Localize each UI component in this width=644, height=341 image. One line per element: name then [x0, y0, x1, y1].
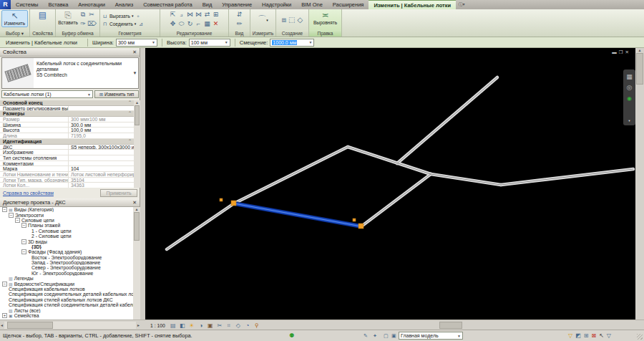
- tab-addins[interactable]: Надстройки: [257, 0, 296, 9]
- extend-icon[interactable]: ⇄: [203, 10, 212, 19]
- modify-button[interactable]: ↖ Изменить: [1, 10, 28, 27]
- visual-style-icon[interactable]: ◧: [178, 321, 187, 330]
- delete-icon[interactable]: ⌦: [87, 19, 96, 29]
- copy-icon[interactable]: ⧉: [79, 10, 87, 19]
- expand-icon[interactable]: +: [2, 313, 7, 318]
- unlock-view-icon[interactable]: ◇: [234, 321, 243, 330]
- tab-insert[interactable]: Вставка: [43, 0, 73, 9]
- edit-type-button[interactable]: ⊞ Изменить тип: [94, 90, 139, 98]
- property-row[interactable]: Высота100,0 мм: [0, 128, 134, 133]
- browser-horizontal-scrollbar[interactable]: ◄ ►: [0, 320, 140, 330]
- height-dropdown[interactable]: 100 мм▼: [189, 39, 230, 47]
- ribbon-options-icon[interactable]: ⓘ▾: [456, 0, 467, 9]
- active-option-icon[interactable]: ▣: [391, 333, 396, 339]
- tree-item-power-circuits[interactable]: −Силовые цепи: [0, 218, 133, 223]
- demolish-icon[interactable]: ∘: [135, 13, 141, 19]
- tab-extensions[interactable]: Расширения: [328, 0, 369, 9]
- reveal-hidden-icon[interactable]: ⚲: [253, 321, 261, 330]
- collapse-icon[interactable]: −: [21, 239, 26, 244]
- collapse-icon[interactable]: −: [9, 213, 14, 218]
- worksharing-icon[interactable]: ⚉: [289, 332, 294, 339]
- tab-modify-cable-trays[interactable]: Изменить | Кабельные лотки: [369, 0, 456, 9]
- render-icon[interactable]: ▣: [206, 321, 215, 330]
- crop-view-icon[interactable]: ✂: [215, 321, 224, 330]
- create-similar-icon[interactable]: ◇: [298, 16, 303, 24]
- tree-item-east[interactable]: Восток - Электрооборудование: [0, 255, 133, 260]
- array-icon[interactable]: ▦: [203, 19, 212, 29]
- scale-button[interactable]: 1 : 100: [147, 323, 168, 328]
- width-dropdown[interactable]: 300 мм▼: [116, 39, 157, 47]
- property-row[interactable]: Лотки Тип, марка, обозначение ...35104: [0, 178, 134, 183]
- sun-path-icon[interactable]: ☀: [187, 321, 196, 330]
- tree-item-floor-plans[interactable]: −Планы этажей: [0, 223, 133, 228]
- linework-icon[interactable]: ✏: [235, 19, 245, 29]
- viewcube-icon[interactable]: ▦: [626, 74, 633, 80]
- view-close-icon[interactable]: ✕: [625, 49, 631, 54]
- element-filter-dropdown[interactable]: Кабельные лотки (1)▼: [1, 90, 93, 98]
- tree-item-electrical[interactable]: −Электросети: [0, 212, 133, 217]
- project-browser-close-icon[interactable]: ✕: [132, 200, 137, 206]
- join-geometry-button[interactable]: ⊓ Соединить▾ ⊿: [102, 21, 144, 27]
- editable-only-icon[interactable]: ✎: [364, 333, 368, 339]
- selection-box-icon[interactable]: ⇵: [235, 10, 245, 19]
- filter-count-icon[interactable]: ▽: [607, 332, 611, 339]
- tab-systems[interactable]: Системы: [11, 0, 43, 9]
- property-row[interactable]: ДКСS5 неперф. 300х100х3000 исп.1: [0, 145, 134, 150]
- property-row[interactable]: Комментарии: [0, 161, 134, 167]
- align-tool-icon[interactable]: ⇱: [169, 10, 177, 19]
- tab-analyze[interactable]: Анализ: [110, 0, 138, 9]
- property-row[interactable]: Изображение: [0, 150, 134, 155]
- collapse-icon[interactable]: −: [21, 223, 26, 228]
- justify-button[interactable]: ≍ Выровнять: [311, 10, 340, 26]
- canvas-horizontal-scrollbar[interactable]: [439, 322, 462, 329]
- canvas-vertical-scrollbar[interactable]: ▲: [635, 48, 644, 320]
- temporary-hide-icon[interactable]: ◔: [243, 321, 252, 330]
- design-option-icon[interactable]: ▢: [384, 333, 389, 339]
- split-icon[interactable]: ⊞: [212, 10, 220, 19]
- view-restore-icon[interactable]: ❐: [619, 49, 625, 54]
- resize-grip[interactable]: [637, 334, 643, 340]
- tree-item-schedule-trays[interactable]: Спецификация кабельных лотков: [0, 287, 133, 292]
- properties-close-icon[interactable]: ✕: [132, 49, 137, 55]
- create-assembly-icon[interactable]: ⬚: [288, 16, 295, 24]
- offset-dropdown[interactable]: 1000.0 мм▼: [270, 39, 314, 47]
- navbar-expand-icon[interactable]: ▼: [628, 117, 631, 124]
- tree-item-sheets[interactable]: ▧Листы (все): [0, 307, 133, 312]
- collapse-icon[interactable]: −: [21, 249, 26, 254]
- select-by-face-icon[interactable]: ↖: [599, 332, 604, 339]
- selection-filter-icon[interactable]: ▽: [568, 332, 572, 339]
- tree-item-3d[interactable]: {3D}: [0, 244, 133, 249]
- tree-item-views[interactable]: −▤Виды (Категория): [0, 207, 133, 212]
- tree-item-legends[interactable]: ▥Легенды: [0, 276, 133, 281]
- app-button-icon[interactable]: R: [0, 0, 11, 9]
- property-row[interactable]: Ширина300,0 мм: [0, 123, 134, 128]
- browser-scrollbar[interactable]: ▲: [133, 207, 140, 320]
- panel-label-select[interactable]: Выбор ▾: [0, 30, 29, 37]
- shadows-icon[interactable]: ◑: [197, 321, 205, 330]
- tree-item-3d-views[interactable]: −3D виды: [0, 239, 133, 244]
- property-row[interactable]: Тип системы отопления: [0, 155, 134, 161]
- tree-item-schedule-styles[interactable]: Спецификация стилей кабельных лотков ДКС: [0, 297, 133, 302]
- select-links-icon[interactable]: ◩: [575, 332, 581, 339]
- delete-tool-icon[interactable]: ✕: [212, 19, 220, 29]
- drawing-area[interactable]: ▬❐✕ ▦ ◎ ◉ ▼: [145, 48, 635, 320]
- tree-item-plan-1[interactable]: 1 - Силовые цепи: [0, 229, 133, 234]
- scroll-left-icon[interactable]: ◄: [0, 323, 4, 327]
- tree-item-north[interactable]: Север - Электрооборудование: [0, 265, 133, 270]
- tree-item-schedule-fittings[interactable]: Спецификация соединительных деталей кабе…: [0, 292, 133, 297]
- tree-item-elevations[interactable]: −Фасады (Фасад здания): [0, 249, 133, 254]
- copy-tool-icon[interactable]: ⬭: [177, 19, 186, 29]
- paste-button[interactable]: ⎘ Вставить: [57, 10, 79, 26]
- crop-region-icon[interactable]: ⌗: [225, 321, 233, 330]
- type-selector-arrow-icon[interactable]: ▼: [132, 71, 138, 75]
- tab-annotate[interactable]: Аннотации: [73, 0, 110, 9]
- tree-item-schedules[interactable]: −▨Ведомости/Спецификации: [0, 281, 133, 286]
- beam-icon[interactable]: ⊿: [137, 21, 144, 27]
- mirror-draw-icon[interactable]: ⋈: [195, 10, 203, 19]
- tab-collaborate[interactable]: Совместная работа: [138, 0, 197, 9]
- select-underlay-icon[interactable]: ⊞: [584, 332, 589, 339]
- measure-icon[interactable]: ⌒: [258, 14, 266, 26]
- collapse-icon[interactable]: −: [15, 218, 20, 223]
- create-group-icon[interactable]: ⧈: [282, 16, 286, 24]
- select-pinned-icon[interactable]: ⊠: [591, 332, 596, 339]
